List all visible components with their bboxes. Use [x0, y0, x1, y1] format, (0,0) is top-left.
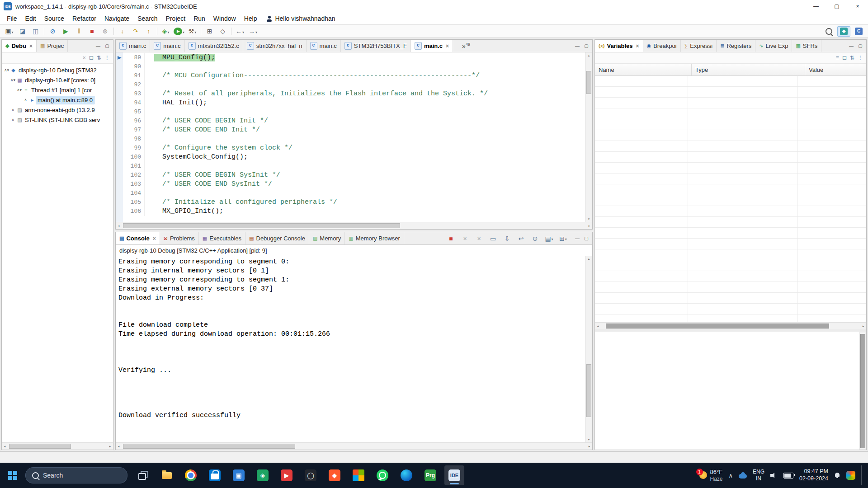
console-tab[interactable]: ▦ Executables — [199, 232, 245, 244]
start-button[interactable] — [3, 465, 23, 485]
menu-item[interactable]: File — [3, 14, 21, 23]
scrollbar-thumb[interactable] — [586, 364, 591, 418]
menu-item[interactable]: Edit — [21, 14, 40, 23]
editor-tab[interactable]: c STM32H753BITX_F — [341, 40, 411, 52]
menu-item[interactable]: Navigate — [100, 14, 133, 23]
office-app[interactable] — [349, 465, 368, 485]
suspend-button[interactable]: ‖ — [72, 26, 85, 37]
collapse-all-button[interactable]: ⊟ — [89, 55, 94, 61]
close-tab-icon[interactable] — [636, 43, 639, 49]
console-tab[interactable]: ⊠ Problems — [160, 232, 199, 244]
sort-button[interactable]: ⇅ — [850, 55, 854, 61]
onedrive-icon[interactable] — [739, 474, 747, 479]
menu-item[interactable]: Source — [40, 14, 68, 23]
separator[interactable] — [44, 28, 44, 35]
step-over-button[interactable]: ↷ — [129, 26, 142, 37]
console-hscrollbar[interactable] — [116, 442, 592, 450]
console-tab[interactable]: ▤ Console — [116, 232, 160, 244]
column-header[interactable]: Type — [692, 64, 805, 75]
scroll-left-icon[interactable] — [595, 323, 601, 329]
expand-chevron-icon[interactable]: ▾ — [4, 68, 9, 72]
scroll-down-icon[interactable] — [585, 436, 592, 442]
minimize-view-button[interactable]: — — [847, 42, 855, 50]
close-tab-icon[interactable] — [29, 43, 33, 49]
editor-tab[interactable]: c main.c — [116, 40, 150, 52]
detail-vscrollbar[interactable] — [859, 332, 866, 450]
separator[interactable] — [113, 28, 114, 35]
expand-chevron-icon[interactable]: ▾ — [10, 78, 16, 82]
clock[interactable]: 09:47 PM 02-09-2024 — [799, 468, 828, 482]
maximize-view-button[interactable]: ▢ — [582, 42, 590, 50]
minimize-view-button[interactable]: — — [94, 42, 102, 50]
remove-all-launches-button[interactable]: × — [472, 233, 486, 244]
menu-item[interactable]: Run — [189, 14, 209, 23]
back-button[interactable]: ← — [233, 26, 246, 37]
editor-vscrollbar[interactable] — [585, 52, 592, 222]
show-desktop-button[interactable] — [861, 465, 863, 485]
remove-terminated-button[interactable]: × — [83, 55, 86, 61]
perspective-debug-button[interactable]: ◈ — [837, 26, 850, 37]
scroll-lock-button[interactable]: ⇩ — [500, 233, 514, 244]
view-menu-button[interactable]: ⋮ — [104, 55, 110, 61]
variables-view-tab[interactable]: (x) Variables — [595, 40, 643, 52]
disconnect-button[interactable]: ⊗ — [99, 26, 112, 37]
menu-item[interactable]: Window — [209, 14, 240, 23]
editor-tab[interactable]: c main.c — [150, 40, 184, 52]
microsoft-store[interactable] — [205, 465, 225, 485]
view-menu-button[interactable]: ⋮ — [858, 55, 863, 61]
variables-table[interactable] — [595, 76, 866, 322]
variables-view-tab[interactable]: ≣ Registers — [717, 40, 755, 52]
separator[interactable] — [157, 28, 157, 35]
save-button[interactable]: ◪ — [16, 26, 29, 37]
expand-chevron-icon[interactable] — [10, 108, 16, 112]
console-tab[interactable]: ▥ Memory — [309, 232, 345, 244]
console-vscrollbar[interactable] — [585, 256, 592, 442]
build-button[interactable]: ⚒ — [186, 26, 199, 37]
scroll-right-icon[interactable] — [586, 443, 592, 450]
scrollbar-thumb[interactable] — [606, 324, 829, 328]
new-wizard-button[interactable]: ▣ — [3, 26, 16, 37]
minimize-button[interactable]: — — [806, 0, 826, 13]
maximize-view-button[interactable]: ▢ — [103, 42, 111, 50]
perspective-c-button[interactable]: C — [852, 26, 865, 37]
battery-icon[interactable] — [783, 473, 793, 479]
close-button[interactable]: × — [847, 0, 868, 13]
close-tab-icon[interactable] — [153, 235, 156, 242]
debug-view-tab[interactable]: ◆ Debu — [2, 40, 37, 52]
variables-hscrollbar[interactable] — [595, 322, 866, 329]
variables-view-tab[interactable]: ∑ Expressi — [681, 40, 717, 52]
quick-access-search-icon[interactable] — [822, 26, 835, 37]
save-all-button[interactable]: ◫ — [29, 26, 42, 37]
menu-item[interactable]: Project — [162, 14, 190, 23]
editor-hscrollbar[interactable] — [116, 222, 592, 229]
stm32cubeide-app[interactable]: IDE — [444, 465, 464, 485]
scroll-left-icon[interactable] — [2, 443, 8, 450]
separator[interactable] — [201, 28, 201, 35]
clear-console-button[interactable]: ▭ — [486, 233, 500, 244]
scrollbar-thumb[interactable] — [860, 334, 865, 448]
maximize-button[interactable]: ▢ — [826, 0, 847, 13]
debug-view-tab[interactable]: ▦ Projec — [37, 40, 68, 52]
code-editor[interactable]: 89 MPU_Config(); 90 — [116, 52, 585, 222]
show-type-names-button[interactable]: ≡ — [836, 55, 839, 61]
scroll-up-icon[interactable] — [585, 52, 592, 58]
debug-tree-item[interactable]: ▾ ◆ displsy-rgb-10 Debug [STM32 — [2, 65, 113, 75]
editor-tab[interactable]: c mfxstm32l152.c — [185, 40, 243, 52]
skip-all-breakpoints-button[interactable]: ⊘ — [46, 26, 59, 37]
minimize-view-button[interactable]: — — [573, 42, 581, 50]
user-account[interactable]: Hello vishwahnadhan — [266, 15, 335, 22]
debug-view-hscrollbar[interactable] — [2, 442, 113, 450]
scrollbar-thumb[interactable] — [123, 444, 295, 449]
terminate-console-button[interactable]: ■ — [444, 233, 458, 244]
menu-item[interactable]: Refactor — [68, 14, 100, 23]
media-app[interactable]: ▶ — [277, 465, 297, 485]
console-tab[interactable]: ▥ Memory Browser — [345, 232, 404, 244]
show-hidden-icons-button[interactable] — [729, 472, 733, 479]
task-view-button[interactable] — [133, 465, 153, 485]
collapse-all-button[interactable]: ⊟ — [842, 55, 847, 61]
scroll-right-icon[interactable] — [107, 443, 113, 450]
close-tab-icon[interactable] — [446, 43, 449, 49]
green-app[interactable]: ◈ — [253, 465, 273, 485]
editor-tab[interactable]: c stm32h7xx_hal_n — [243, 40, 307, 52]
word-wrap-button[interactable]: ↩ — [514, 233, 528, 244]
